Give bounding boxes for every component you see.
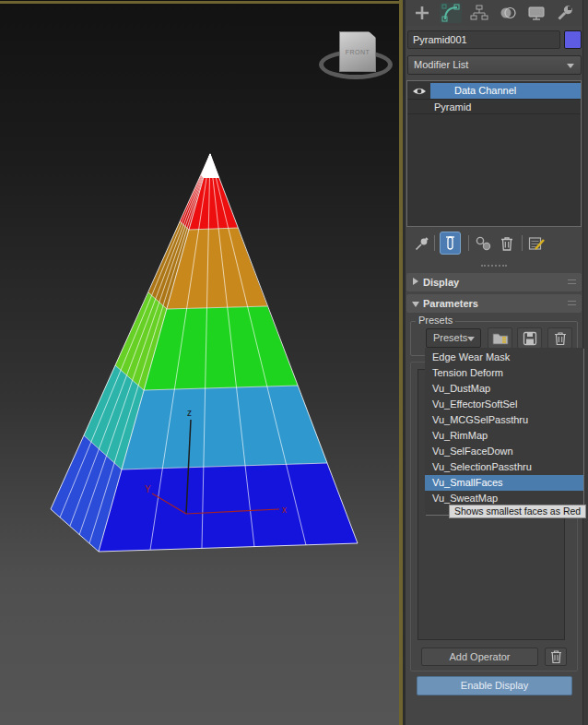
axis-label-x: x: [282, 505, 287, 515]
preset-menu-item[interactable]: Vu_SelFaceDown: [425, 444, 583, 459]
axis-label-y: Y: [145, 484, 151, 494]
collapsed-arrow-icon: [413, 278, 418, 285]
viewcube-front-label: FRONT: [346, 49, 370, 55]
display-monitor-icon: [527, 4, 546, 22]
object-color-swatch[interactable]: [564, 30, 582, 49]
3ds-max-window: z Y x FRONT: [0, 0, 588, 725]
panel-splitter-handle[interactable]: [481, 265, 507, 267]
pyramid-front-band[interactable]: [122, 386, 327, 469]
preset-menu-item[interactable]: Tension Deform: [425, 365, 583, 381]
modifier-list-dropdown[interactable]: Modifier List: [407, 55, 582, 75]
command-panel-tabs: [406, 0, 582, 26]
modifier-stack[interactable]: Data Channel Pyramid: [406, 80, 582, 227]
add-operator-button[interactable]: Add Operator: [421, 648, 538, 666]
trash-icon: [549, 649, 563, 664]
chevron-down-icon: [567, 64, 574, 68]
make-unique-icon: [475, 235, 492, 252]
chevron-down-icon: [467, 337, 475, 341]
preset-menu-item[interactable]: Vu_EffectorSoftSel: [425, 397, 583, 412]
save-preset-button[interactable]: [517, 327, 542, 349]
enable-display-button[interactable]: Enable Display: [417, 676, 572, 695]
rollout-display-label: Display: [423, 277, 459, 288]
viewport-3d[interactable]: z Y x FRONT: [0, 0, 399, 725]
rollout-parameters-label: Parameters: [423, 298, 478, 309]
presets-dropdown-label: Presets: [433, 332, 467, 343]
tab-utilities[interactable]: [554, 3, 576, 23]
pyramid-scene[interactable]: z Y x: [0, 0, 399, 725]
preset-menu-item[interactable]: Vu_SelectionPassthru: [425, 459, 583, 475]
delete-operator-button[interactable]: [545, 648, 567, 666]
configure-modifier-sets-button[interactable]: [527, 234, 546, 253]
visibility-eye-icon[interactable]: [407, 83, 430, 99]
preset-menu-item[interactable]: Vu_MCGSelPassthru: [425, 412, 583, 428]
tab-create[interactable]: [411, 3, 433, 23]
tab-display[interactable]: [525, 3, 547, 23]
preset-menu-item[interactable]: Vu_DustMap: [425, 381, 583, 397]
viewcube[interactable]: FRONT: [339, 31, 376, 72]
show-end-result-button[interactable]: [440, 232, 461, 255]
make-unique-button[interactable]: [474, 234, 492, 253]
rollout-display[interactable]: Display: [406, 273, 582, 291]
pin-icon: [414, 236, 429, 252]
toolbar-divider: [468, 235, 469, 251]
pin-stack-button[interactable]: [412, 234, 430, 253]
tooltip: Shows smallest faces as Red: [449, 505, 586, 518]
utilities-wrench-icon: [556, 4, 574, 22]
trash-icon: [500, 235, 514, 252]
folder-icon: [492, 331, 509, 345]
stack-item-label: Pyramid: [434, 101, 471, 113]
pyramid-front-band[interactable]: [99, 463, 358, 552]
viewport-active-border-top: [0, 1, 403, 4]
rollout-parameters[interactable]: Parameters: [406, 294, 582, 313]
load-preset-button[interactable]: [488, 327, 512, 349]
configure-sets-icon: [528, 235, 546, 252]
pyramid-apex-tip: [201, 153, 219, 178]
tab-hierarchy[interactable]: [468, 3, 490, 23]
modifier-list-label: Modifier List: [414, 59, 468, 70]
tab-modify[interactable]: [440, 3, 462, 23]
preset-menu-item[interactable]: Vu_RimMap: [425, 428, 583, 444]
expanded-arrow-icon: [412, 302, 419, 307]
preset-menu-item[interactable]: Edge Wear Mask: [425, 350, 583, 365]
remove-modifier-button[interactable]: [498, 234, 516, 253]
command-panel: Modifier List Data Channel Pyramid: [406, 0, 588, 725]
stack-item-label: Data Channel: [430, 83, 581, 99]
presets-group-label: Presets: [416, 315, 455, 326]
modify-icon: [441, 4, 460, 22]
presets-dropdown-button[interactable]: Presets: [426, 328, 481, 348]
object-name-field[interactable]: [407, 30, 560, 49]
toolbar-divider: [434, 235, 435, 251]
rollout-grip-icon: [568, 301, 576, 305]
hierarchy-icon: [470, 4, 488, 22]
trash-icon: [553, 331, 568, 346]
axis-label-z: z: [187, 408, 192, 418]
create-plus-icon: [413, 4, 431, 22]
stack-item-data-channel[interactable]: Data Channel: [407, 83, 581, 99]
rollout-grip-icon: [568, 279, 576, 284]
save-floppy-icon: [523, 331, 537, 346]
toolbar-divider: [522, 235, 523, 251]
stack-item-pyramid[interactable]: Pyramid: [407, 99, 581, 114]
preset-menu-item-selected[interactable]: Vu_SmallFaces: [425, 475, 583, 491]
delete-preset-button[interactable]: [547, 327, 572, 349]
test-tube-icon: [443, 235, 457, 251]
preset-menu-popup: Edge Wear Mask Tension Deform Vu_DustMap…: [425, 348, 583, 515]
motion-icon: [499, 4, 517, 22]
tab-motion[interactable]: [497, 3, 519, 23]
pyramid-front-band[interactable]: [144, 306, 298, 390]
